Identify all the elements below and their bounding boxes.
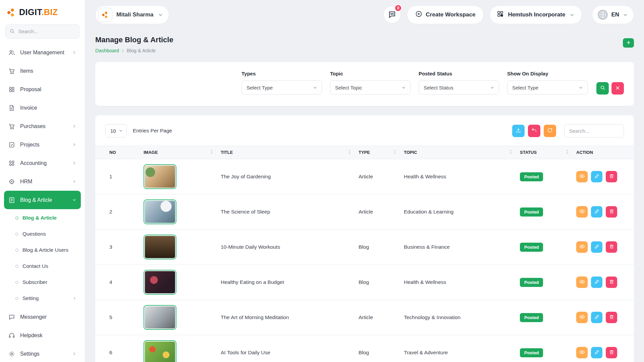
submenu-item-blog-article[interactable]: Blog & Article: [4, 210, 81, 226]
sidebar-item-messenger[interactable]: Messenger: [4, 308, 81, 326]
edit-button[interactable]: [591, 241, 602, 253]
refresh-icon: [547, 127, 553, 134]
view-button[interactable]: [576, 241, 588, 253]
create-workspace-button[interactable]: Create Workspace: [407, 5, 484, 24]
sidebar-item-user-management[interactable]: User Management: [4, 43, 81, 62]
page-content: Manage Blog & Article Dashboard › Blog &…: [85, 29, 644, 362]
display-select[interactable]: Select Type: [507, 80, 588, 95]
edit-button[interactable]: [591, 347, 602, 358]
entries-per-page-select[interactable]: 10: [105, 124, 127, 137]
bullet-ring-icon: [15, 249, 18, 252]
sidebar-item-purchases[interactable]: Purchases: [4, 117, 81, 135]
submenu-item-label: Subscriber: [22, 279, 47, 285]
cell-no: 6: [95, 335, 144, 362]
clear-filter-button[interactable]: [611, 82, 624, 95]
language-selector[interactable]: EN: [592, 5, 634, 24]
submenu-item-subscriber[interactable]: Subscriber: [4, 274, 81, 290]
sidebar-item-settings[interactable]: Settings: [4, 345, 81, 362]
view-button[interactable]: [576, 312, 588, 323]
view-button[interactable]: [576, 347, 588, 358]
add-blog-button[interactable]: [623, 38, 634, 48]
edit-button[interactable]: [591, 312, 602, 323]
table-row: 4 Healthy Eating on a Budget Blog Health…: [95, 265, 634, 300]
cart-icon: [8, 68, 15, 74]
sidebar-item-invoice[interactable]: Invoice: [4, 99, 81, 117]
delete-button[interactable]: [606, 241, 617, 253]
delete-button[interactable]: [606, 171, 617, 182]
user-menu[interactable]: Mitali Sharma: [95, 5, 169, 24]
messages-button[interactable]: 0: [383, 6, 401, 23]
unread-count-badge: 0: [394, 4, 402, 12]
brand-logo: DIGIT.BIZ: [0, 0, 85, 22]
view-button[interactable]: [576, 171, 588, 182]
sidebar-item-proposal[interactable]: Proposal: [4, 80, 81, 99]
chevron-down-icon: [569, 12, 575, 18]
cell-topic: Business & Finance: [404, 230, 520, 265]
table-search-input[interactable]: [564, 124, 624, 137]
chevron-down-icon: [490, 85, 495, 90]
status-select[interactable]: Select Status: [419, 80, 499, 95]
sort-icon: [210, 149, 213, 155]
status-badge: Posted: [520, 172, 543, 181]
delete-button[interactable]: [606, 277, 617, 288]
company-selector[interactable]: Hemtush Incorporate: [490, 5, 582, 24]
check-square-icon: [8, 141, 15, 148]
submenu-item-questions[interactable]: Questions: [4, 226, 81, 242]
column-header-type[interactable]: TYPE: [359, 146, 404, 159]
chat-icon: [8, 314, 15, 320]
export-button[interactable]: [512, 125, 525, 137]
column-header-image[interactable]: IMAGE: [144, 146, 221, 159]
edit-button[interactable]: [591, 206, 602, 218]
main-area: Mitali Sharma 0 Create Workspace Hemtush…: [85, 0, 644, 362]
apply-filter-button[interactable]: [596, 82, 609, 95]
submenu-item-label: Contact Us: [22, 263, 48, 269]
select-value: Select Status: [424, 85, 453, 90]
refresh-button[interactable]: [544, 125, 556, 137]
types-select[interactable]: Select Type: [241, 80, 322, 95]
sidebar-item-hrm[interactable]: HRM: [4, 172, 81, 191]
row-actions: [576, 347, 634, 358]
trash-icon: [609, 350, 614, 356]
breadcrumb-dashboard-link[interactable]: Dashboard: [95, 48, 119, 53]
delete-button[interactable]: [606, 206, 617, 218]
cell-title: The Science of Sleep: [221, 194, 359, 230]
sort-icon: [393, 149, 396, 155]
workspace-logo-badge: [98, 8, 112, 22]
view-button[interactable]: [576, 206, 588, 218]
pencil-icon: [594, 174, 599, 180]
column-header-title[interactable]: TITLE: [221, 146, 359, 159]
row-actions: [576, 312, 634, 323]
filter-label: Topic: [330, 71, 411, 76]
plus-circle-icon: [415, 10, 422, 19]
sidebar-item-items[interactable]: Items: [4, 62, 81, 80]
column-header-no: NO: [95, 146, 144, 159]
submenu-item-contact-us[interactable]: Contact Us: [4, 258, 81, 274]
cell-topic: Health & Wellness: [404, 265, 520, 300]
sidebar-search-input[interactable]: [5, 24, 79, 39]
sort-icon: [509, 149, 513, 155]
topic-select[interactable]: Select Topic: [330, 80, 411, 95]
submenu-item-setting[interactable]: Setting: [4, 290, 81, 306]
sidebar-item-accounting[interactable]: Accounting: [4, 154, 81, 172]
cell-title: The Joy of Gardening: [221, 159, 359, 194]
edit-button[interactable]: [591, 171, 602, 182]
chevron-down-icon: [158, 12, 163, 18]
column-header-status[interactable]: STATUS: [520, 146, 576, 159]
delete-button[interactable]: [606, 347, 617, 358]
sort-icon: [566, 149, 569, 155]
edit-button[interactable]: [591, 277, 602, 288]
view-button[interactable]: [576, 277, 588, 288]
delete-button[interactable]: [606, 312, 617, 323]
sidebar-item-helpdesk[interactable]: Helpdesk: [4, 326, 81, 345]
submenu-item-blog-article-users[interactable]: Blog & Article Users: [4, 242, 81, 258]
sidebar-item-projects[interactable]: Projects: [4, 135, 81, 154]
brand-mark-icon: [102, 11, 109, 18]
cell-no: 3: [95, 230, 144, 265]
undo-button[interactable]: [528, 125, 540, 137]
column-header-topic[interactable]: TOPIC: [404, 146, 520, 159]
undo-icon: [531, 127, 537, 134]
eye-icon: [579, 208, 585, 215]
cell-no: 4: [95, 265, 144, 300]
table-row: 2 The Science of Sleep Article Education…: [95, 194, 634, 230]
sidebar-item-blog-article[interactable]: Blog & Article: [4, 191, 81, 209]
